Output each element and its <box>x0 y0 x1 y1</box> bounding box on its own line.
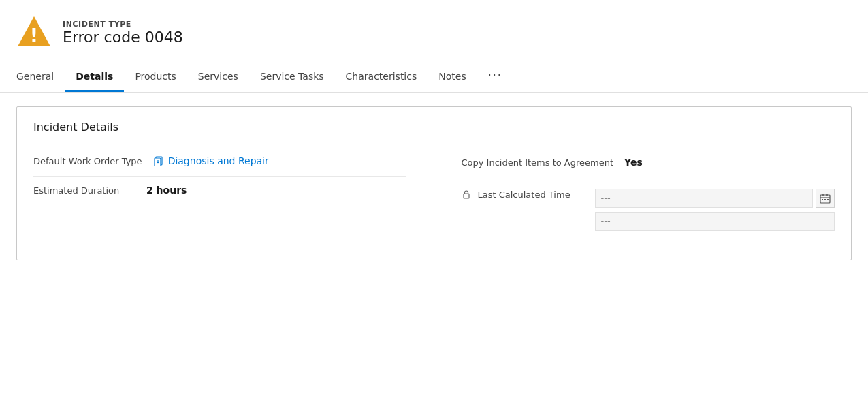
svg-text:!: ! <box>30 25 39 47</box>
last-calculated-label-wrapper: Last Calculated Time <box>462 189 584 201</box>
date-placeholder-1: --- <box>601 193 611 203</box>
field-row-last-calculated-time: Last Calculated Time --- <box>462 179 835 241</box>
date-input-row: --- <box>595 189 835 208</box>
clipboard-icon <box>153 155 164 166</box>
work-order-type-label: Default Work Order Type <box>33 155 142 168</box>
estimated-duration-label: Estimated Duration <box>33 185 135 197</box>
lock-icon <box>462 189 471 201</box>
svg-rect-12 <box>824 199 826 200</box>
field-row-copy-incident: Copy Incident Items to Agreement Yes <box>462 147 835 179</box>
work-order-type-text: Diagnosis and Repair <box>168 155 269 166</box>
field-row-estimated-duration: Estimated Duration 2 hours <box>33 177 406 205</box>
date-placeholder-2: --- <box>601 216 611 226</box>
date-input-field[interactable]: --- <box>595 189 814 208</box>
tab-characteristics[interactable]: Characteristics <box>335 64 428 92</box>
fields-grid: Default Work Order Type Diagnosis and Re… <box>33 147 835 241</box>
main-content: Incident Details Default Work Order Type… <box>0 93 868 274</box>
svg-rect-13 <box>827 199 829 200</box>
copy-incident-value: Yes <box>624 157 643 168</box>
header-text: INCIDENT TYPE Error code 0048 <box>63 20 183 46</box>
incident-title: Error code 0048 <box>63 29 183 46</box>
last-calculated-time-label: Last Calculated Time <box>478 189 570 201</box>
warning-icon: ! <box>16 14 52 51</box>
svg-rect-6 <box>464 194 469 198</box>
tab-more[interactable]: ··· <box>477 62 513 92</box>
card-title: Incident Details <box>33 121 835 134</box>
page-header: ! INCIDENT TYPE Error code 0048 <box>0 0 868 62</box>
date-input-wrapper: --- <box>595 189 835 231</box>
field-row-work-order-type: Default Work Order Type Diagnosis and Re… <box>33 147 406 177</box>
calendar-button[interactable] <box>816 189 835 208</box>
tab-services[interactable]: Services <box>187 64 249 92</box>
right-column: Copy Incident Items to Agreement Yes Las… <box>434 147 835 241</box>
incident-type-label: INCIDENT TYPE <box>63 20 183 29</box>
tab-details[interactable]: Details <box>65 64 124 92</box>
incident-details-card: Incident Details Default Work Order Type… <box>16 106 852 260</box>
time-input-field[interactable]: --- <box>595 212 835 231</box>
tab-general[interactable]: General <box>16 64 65 92</box>
estimated-duration-value: 2 hours <box>146 185 187 196</box>
calendar-icon <box>820 193 831 204</box>
tab-products[interactable]: Products <box>124 64 187 92</box>
tab-notes[interactable]: Notes <box>428 64 477 92</box>
left-column: Default Work Order Type Diagnosis and Re… <box>33 147 434 241</box>
svg-rect-11 <box>822 199 823 200</box>
tabs-bar: General Details Products Services Servic… <box>0 62 868 93</box>
work-order-type-value[interactable]: Diagnosis and Repair <box>153 155 269 166</box>
tab-service-tasks[interactable]: Service Tasks <box>249 64 335 92</box>
copy-incident-label: Copy Incident Items to Agreement <box>462 157 614 169</box>
